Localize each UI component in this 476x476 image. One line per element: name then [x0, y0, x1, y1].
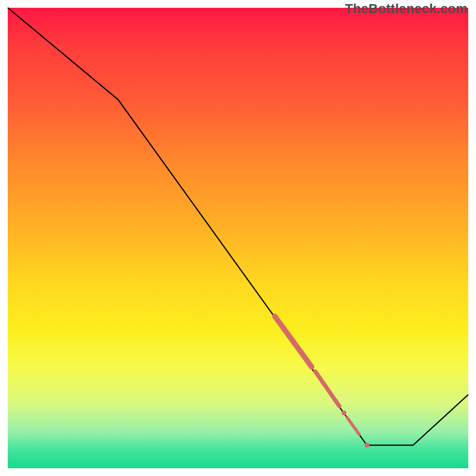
highlight-segment [315, 371, 339, 406]
chart-overlay-svg [8, 8, 468, 468]
watermark-label: TheBottleneck.com [345, 1, 468, 17]
chart-container: TheBottleneck.com [0, 0, 476, 476]
bottleneck-curve [8, 8, 468, 445]
highlight-markers [275, 317, 369, 448]
highlight-segment [347, 418, 359, 434]
highlight-dot [342, 411, 346, 415]
highlight-segment [275, 317, 312, 367]
highlight-dot [365, 443, 369, 447]
